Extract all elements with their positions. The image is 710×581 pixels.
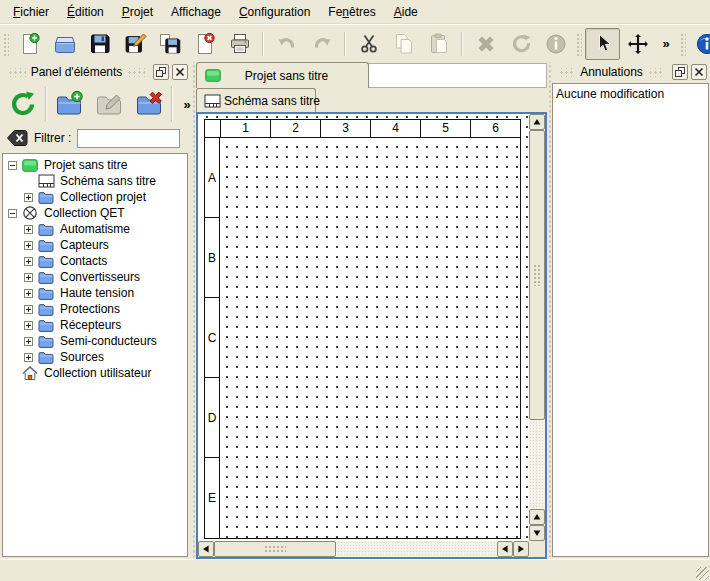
undo-button[interactable] — [269, 28, 304, 60]
undo-panel-titlebar[interactable]: Annulations — [551, 62, 710, 82]
edit-category-button[interactable] — [89, 84, 129, 124]
close-button[interactable] — [172, 64, 188, 80]
project-icon — [20, 159, 40, 172]
float-button[interactable] — [153, 64, 169, 80]
menu-configuration[interactable]: Configuration — [230, 3, 319, 21]
toolbar-handle[interactable] — [679, 32, 686, 56]
elements-panel-titlebar[interactable]: Panel d'éléments — [0, 62, 191, 82]
tree-item-automatisme[interactable]: Automatisme — [3, 221, 187, 237]
horizontal-scrollbar[interactable] — [198, 541, 529, 557]
menu-fenetres[interactable]: Fenêtres — [319, 3, 384, 21]
tree-expander-minus-icon[interactable] — [6, 159, 19, 172]
elements-tree[interactable]: Projet sans titreSchéma sans titreCollec… — [2, 153, 188, 557]
tab-schema-sans-titre[interactable]: Schéma sans titre — [196, 88, 316, 112]
project-tab-bar: Projet sans titre — [196, 62, 547, 88]
horizontal-scrollbar-thumb[interactable] — [214, 541, 336, 557]
rotate-button[interactable] — [503, 28, 538, 60]
horizontal-scrollbar-track[interactable] — [214, 541, 497, 557]
scroll-left-button-2[interactable] — [497, 541, 513, 557]
scroll-up-button-2[interactable] — [529, 509, 545, 525]
tree-expander-minus-icon[interactable] — [6, 207, 19, 220]
tree-item-haute-tension[interactable]: Haute tension — [3, 285, 187, 301]
reload-collections-button[interactable] — [3, 84, 43, 124]
save-button[interactable] — [82, 28, 117, 60]
new-file-button[interactable] — [12, 28, 47, 60]
folder-blue-icon — [36, 287, 56, 300]
about-button[interactable] — [689, 28, 710, 60]
vertical-scrollbar[interactable] — [529, 114, 545, 541]
redo-button[interactable] — [304, 28, 339, 60]
open-file-button[interactable] — [47, 28, 82, 60]
tree-expander-plus-icon[interactable] — [22, 239, 35, 252]
tree-item-convertisseurs[interactable]: Convertisseurs — [3, 269, 187, 285]
column-header-2: 2 — [270, 120, 320, 137]
tree-item-protections[interactable]: Protections — [3, 301, 187, 317]
save-icon — [88, 32, 112, 56]
tree-item-collection-qet[interactable]: Collection QET — [3, 205, 187, 221]
tree-expander-plus-icon[interactable] — [22, 319, 35, 332]
close-file-button[interactable] — [187, 28, 222, 60]
open-file-icon — [53, 32, 77, 56]
diagram-view[interactable]: 123456 ABCDE — [196, 112, 547, 559]
tree-item-projet-sans-titre[interactable]: Projet sans titre — [3, 157, 187, 173]
reload-icon — [9, 90, 37, 118]
vertical-scrollbar-track[interactable] — [529, 130, 545, 509]
tree-expander-plus-icon[interactable] — [22, 223, 35, 236]
save-as-button[interactable] — [117, 28, 152, 60]
tree-item-recepteurs[interactable]: Récepteurs — [3, 317, 187, 333]
clear-filter-button[interactable] — [6, 128, 28, 148]
menu-aide[interactable]: Aide — [385, 3, 427, 21]
print-button[interactable] — [222, 28, 257, 60]
undo-history-list[interactable]: Aucune modification — [552, 83, 709, 557]
close-button[interactable] — [691, 64, 707, 80]
tree-item-label: Contacts — [56, 254, 107, 268]
toolbar-handle[interactable] — [575, 32, 582, 56]
scroll-up-button[interactable] — [529, 114, 545, 130]
tree-item-sources[interactable]: Sources — [3, 349, 187, 365]
menu-edition[interactable]: Édition — [58, 3, 113, 21]
save-as-icon — [123, 32, 147, 56]
delete-button[interactable] — [468, 28, 503, 60]
tree-item-label: Automatisme — [56, 222, 130, 236]
undo-list-item[interactable]: Aucune modification — [556, 85, 705, 102]
chevron-icon: » — [662, 36, 669, 51]
resize-grip[interactable] — [696, 567, 709, 580]
tree-expander-plus-icon[interactable] — [22, 287, 35, 300]
scroll-left-button[interactable] — [198, 541, 214, 557]
tree-item-schema-sans-titre[interactable]: Schéma sans titre — [3, 173, 187, 189]
copy-button[interactable] — [386, 28, 421, 60]
cut-button[interactable] — [351, 28, 386, 60]
tree-item-collection-projet[interactable]: Collection projet — [3, 189, 187, 205]
tab-projet-sans-titre[interactable]: Projet sans titre — [196, 62, 369, 88]
tree-expander-plus-icon[interactable] — [22, 351, 35, 364]
tree-expander-plus-icon[interactable] — [22, 255, 35, 268]
filter-input[interactable] — [77, 129, 180, 148]
menu-projet[interactable]: Projet — [113, 3, 162, 21]
toolbar-overflow-button[interactable]: » — [655, 28, 677, 60]
paste-button[interactable] — [421, 28, 456, 60]
tree-item-collection-utilisateur[interactable]: Collection utilisateur — [3, 365, 187, 381]
diagram-canvas[interactable]: 123456 ABCDE — [198, 114, 529, 541]
menu-fichier[interactable]: Fichier — [4, 3, 58, 21]
pan-mode-button[interactable] — [620, 28, 655, 60]
toolbar-handle[interactable] — [2, 32, 9, 56]
new-category-button[interactable] — [49, 84, 89, 124]
tree-expander-plus-icon[interactable] — [22, 271, 35, 284]
tree-expander-plus-icon[interactable] — [22, 191, 35, 204]
vertical-scrollbar-thumb[interactable] — [529, 130, 545, 420]
tree-item-semi-conducteurs[interactable]: Semi-conducteurs — [3, 333, 187, 349]
tree-expander-plus-icon[interactable] — [22, 303, 35, 316]
copy-icon — [392, 32, 416, 56]
menu-affichage[interactable]: Affichage — [162, 3, 230, 21]
element-infos-button[interactable] — [538, 28, 573, 60]
delete-category-button[interactable] — [129, 84, 169, 124]
tree-item-capteurs[interactable]: Capteurs — [3, 237, 187, 253]
tree-item-contacts[interactable]: Contacts — [3, 253, 187, 269]
scroll-right-button[interactable] — [513, 541, 529, 557]
tree-expander-plus-icon[interactable] — [22, 335, 35, 348]
float-button[interactable] — [672, 64, 688, 80]
qet-icon — [20, 205, 40, 221]
scroll-down-button[interactable] — [529, 525, 545, 541]
save-all-button[interactable] — [152, 28, 187, 60]
selection-mode-button[interactable] — [585, 28, 620, 60]
